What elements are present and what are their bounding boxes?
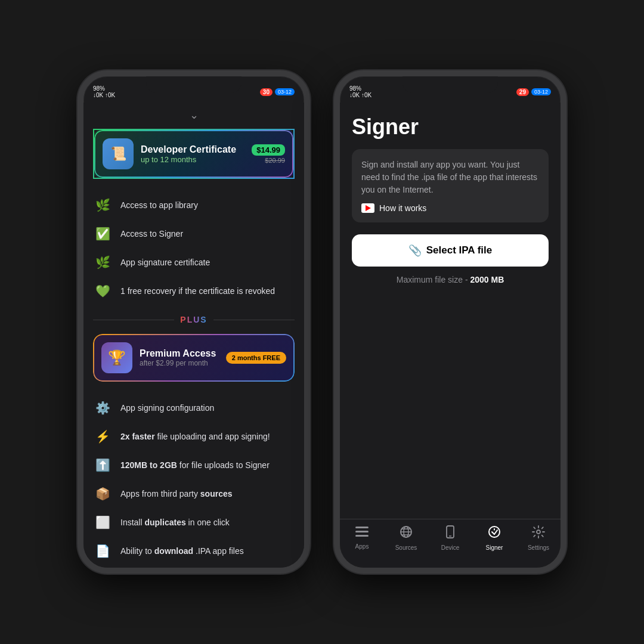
left-status-right: 30 03-12 xyxy=(260,88,295,96)
feature-upload-size: ⬆️ 120MB to 2GB for file uploads to Sign… xyxy=(93,451,295,479)
cert-price: $14.99 $20.99 xyxy=(252,144,285,164)
purchase-screen: ⌄ 📜 Developer Certificate up to 12 month… xyxy=(83,103,304,568)
max-file-size-label: Maximum file size - xyxy=(397,275,468,284)
cert-card[interactable]: 📜 Developer Certificate up to 12 months … xyxy=(93,129,295,179)
youtube-icon xyxy=(361,203,374,213)
feature-support: 💛 Your support for FlekSt0re developers xyxy=(93,565,295,568)
recovery-icon: 💚 xyxy=(93,281,112,301)
left-badge-number: 30 xyxy=(260,88,273,96)
signer-info-card: Sign and install any app you want. You j… xyxy=(352,149,549,222)
signer-title: Signer xyxy=(352,114,549,140)
left-battery: 98% xyxy=(93,85,115,92)
left-phone: 98% ↓0K ↑0K 30 03-12 ⌄ 📜 Developer Certi… xyxy=(78,70,310,574)
gear-icon: ⚙️ xyxy=(93,398,112,417)
right-badge-date: 03-12 xyxy=(531,88,551,95)
plus-label: PLUS xyxy=(180,315,207,324)
apps-tab-icon xyxy=(355,525,369,541)
right-content: Signer Sign and install any app you want… xyxy=(340,103,561,519)
box-icon: 📦 xyxy=(93,484,112,503)
cert-subtitle: up to 12 months xyxy=(141,155,244,164)
right-phone: 98% ↓0K ↑0K 29 03-12 Signer Sign and ins… xyxy=(334,70,566,574)
feature-duplicates: ⬜ Install duplicates in one click xyxy=(93,508,295,537)
feature-recovery: 💚 1 free recovery if the certificate is … xyxy=(93,277,295,305)
right-network: ↓0K ↑0K xyxy=(349,92,371,98)
tab-signer[interactable]: Signer xyxy=(472,525,516,551)
feature-app-library-label: Access to app library xyxy=(120,200,198,210)
feature-third-party-label: Apps from third party sources xyxy=(120,489,233,499)
feature-signer-label: Access to Signer xyxy=(120,229,183,239)
signature-icon: 🌿 xyxy=(93,253,112,272)
feature-signing-config-label: App signing configuration xyxy=(120,403,214,413)
feature-download-label: Ability to download .IPA app files xyxy=(120,546,244,556)
tab-apps[interactable]: Apps xyxy=(340,525,384,550)
feature-faster: ⚡ 2x faster file uploading and app signi… xyxy=(93,422,295,451)
device-tab-icon xyxy=(446,525,454,542)
max-file-size: Maximum file size - 2000 MB xyxy=(352,275,549,284)
cert-price-new: $14.99 xyxy=(252,144,285,156)
left-status-left: 98% ↓0K ↑0K xyxy=(93,85,115,98)
upload-icon: ⬆️ xyxy=(93,456,112,475)
bolt-icon: ⚡ xyxy=(93,427,112,446)
layers-icon: 🌿 xyxy=(93,196,112,215)
tab-bar: Apps Sources Device xyxy=(340,519,561,568)
premium-card[interactable]: 🏆 Premium Access after $2.99 per month 2… xyxy=(93,334,295,382)
settings-tab-label: Settings xyxy=(528,544,549,551)
svg-line-12 xyxy=(494,530,497,534)
divider-line-right xyxy=(213,320,295,320)
premium-icon: 🏆 xyxy=(101,342,132,373)
cert-info: Developer Certificate up to 12 months xyxy=(141,144,244,164)
feature-duplicates-label: Install duplicates in one click xyxy=(120,518,230,527)
svg-rect-1 xyxy=(355,531,369,532)
premium-info: Premium Access after $2.99 per month xyxy=(140,348,219,367)
divider-line-left xyxy=(93,320,174,320)
right-notch xyxy=(402,76,498,93)
check-circle-icon: ✅ xyxy=(93,224,112,243)
play-icon xyxy=(366,205,371,211)
feature-signature: 🌿 App signature certificate xyxy=(93,248,295,277)
tab-sources[interactable]: Sources xyxy=(384,525,428,551)
signer-screen: Signer Sign and install any app you want… xyxy=(340,103,561,519)
signer-info-text: Sign and install any app you want. You j… xyxy=(361,159,539,196)
feature-faster-label: 2x faster file uploading and app signing… xyxy=(120,432,270,441)
feature-recovery-label: 1 free recovery if the certificate is re… xyxy=(120,286,275,296)
max-file-size-value: 2000 MB xyxy=(470,275,504,284)
left-network: ↓0K ↑0K xyxy=(93,92,115,98)
feature-third-party: 📦 Apps from third party sources xyxy=(93,479,295,508)
settings-tab-icon xyxy=(532,525,545,542)
cert-price-old: $20.99 xyxy=(252,157,285,164)
left-content: ⌄ 📜 Developer Certificate up to 12 month… xyxy=(83,103,304,568)
signer-tab-label: Signer xyxy=(486,544,503,551)
tab-device[interactable]: Device xyxy=(428,525,472,551)
svg-rect-2 xyxy=(355,535,369,537)
plus-divider: PLUS xyxy=(93,315,295,324)
right-battery: 98% xyxy=(349,85,371,92)
file-icon: 📎 xyxy=(408,244,422,257)
feature-app-library: 🌿 Access to app library xyxy=(93,191,295,219)
select-ipa-button[interactable]: 📎 Select IPA file xyxy=(352,234,549,267)
cert-title: Developer Certificate xyxy=(141,144,244,155)
download-icon: 📄 xyxy=(93,541,112,561)
select-ipa-label: Select IPA file xyxy=(426,244,493,256)
feature-signer: ✅ Access to Signer xyxy=(93,219,295,248)
premium-title: Premium Access xyxy=(140,348,219,359)
svg-point-14 xyxy=(537,530,540,534)
svg-point-10 xyxy=(489,527,500,537)
svg-rect-0 xyxy=(355,527,369,528)
feature-signature-label: App signature certificate xyxy=(120,258,210,267)
how-it-works-button[interactable]: How it works xyxy=(361,203,539,213)
right-status-left: 98% ↓0K ↑0K xyxy=(349,85,371,98)
device-tab-label: Device xyxy=(441,544,460,551)
sources-tab-label: Sources xyxy=(395,544,417,551)
chevron-down-icon[interactable]: ⌄ xyxy=(93,109,295,122)
sources-tab-icon xyxy=(400,525,413,542)
premium-subtitle: after $2.99 per month xyxy=(140,359,219,367)
duplicate-icon: ⬜ xyxy=(93,513,112,532)
left-badge-date: 03-12 xyxy=(275,88,295,95)
tab-settings[interactable]: Settings xyxy=(516,525,561,551)
premium-badge: 2 months FREE xyxy=(226,352,286,364)
right-status-right: 29 03-12 xyxy=(516,88,551,96)
right-badge-number: 29 xyxy=(516,88,529,96)
how-it-works-label: How it works xyxy=(379,203,426,213)
feature-download: 📄 Ability to download .IPA app files xyxy=(93,537,295,565)
cert-icon: 📜 xyxy=(103,138,134,169)
